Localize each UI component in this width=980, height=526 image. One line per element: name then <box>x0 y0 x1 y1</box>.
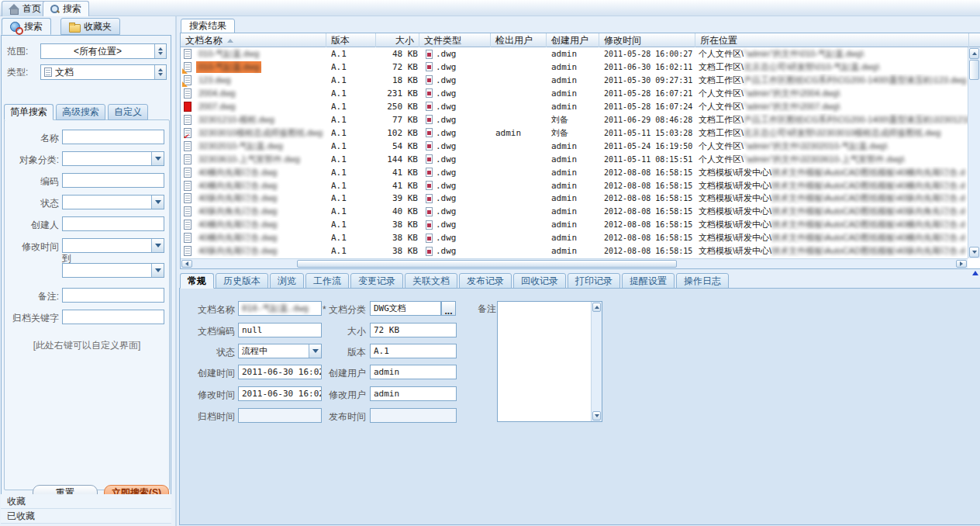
text-field-7[interactable] <box>62 288 164 303</box>
document-name-text: 32303010模框总成焊接图纸.dwg <box>198 128 323 137</box>
field-7 <box>62 288 164 303</box>
detail-tab-10[interactable]: 操作日志 <box>676 273 729 289</box>
detail-tab-3[interactable]: 工作流 <box>305 273 349 289</box>
detail-tab-0[interactable]: 常规 <box>180 273 214 289</box>
spinner-icon[interactable] <box>154 65 166 79</box>
table-row[interactable]: 32301210-模框.dwgA.177 KB.dwg刘备2011-06-29 … <box>181 113 968 126</box>
tab-home[interactable]: 首页 <box>2 1 49 16</box>
column-header-checkout[interactable]: 检出用户 <box>491 33 547 47</box>
scroll-up-button[interactable] <box>969 48 979 59</box>
scroll-up-button[interactable] <box>592 303 601 312</box>
detail-tab-5[interactable]: 关联文档 <box>405 273 457 289</box>
table-row[interactable]: 40纵向角先订合.dwgA.140 KB.dwgadmin2012-08-08 … <box>181 205 968 218</box>
dropdown-field-1[interactable] <box>62 151 164 166</box>
sidebar-tab-search[interactable]: 搜索 <box>2 18 51 35</box>
column-header-version[interactable]: 版本 <box>326 33 376 47</box>
table-row[interactable]: 40横向先期订合.dwgA.141 KB.dwgadmin2012-08-08 … <box>181 179 968 192</box>
cell-document-name: 40纵向先期订合.dwg <box>181 244 326 258</box>
column-header-modified[interactable]: 修改时间 <box>599 33 695 47</box>
horizontal-scrollbar[interactable] <box>181 258 968 268</box>
table-row[interactable]: 32302010-气缸盖.dwgA.154 KB.dwgadmin2011-05… <box>181 140 968 153</box>
column-header-name[interactable]: 文档名称 <box>181 33 326 47</box>
note-textarea[interactable] <box>497 301 602 422</box>
text-field-0[interactable] <box>62 130 164 144</box>
table-row[interactable]: 2007.dwgA.1250 KB.dwgadmin2011-05-28 16:… <box>181 100 968 113</box>
results-tab[interactable]: 搜索结果 <box>181 19 235 33</box>
column-header-location[interactable]: 所在位置 <box>695 33 969 47</box>
table-row[interactable]: 010-气缸盖.dwgA.172 KB.dwgadmin2011-06-30 1… <box>181 61 968 74</box>
cell-modified-time: 2011-05-24 16:19:50 <box>604 140 694 153</box>
detail-tab-1[interactable]: 历史版本 <box>216 273 268 289</box>
tab-search[interactable]: 搜索 <box>43 1 89 16</box>
table-row[interactable]: 40横向先期订合.dwgA.138 KB.dwgadmin2012-08-08 … <box>181 231 968 244</box>
favorites-item-collected[interactable]: 已收藏 <box>1 509 171 524</box>
dropdown-arrow-icon[interactable] <box>151 196 164 209</box>
type-combo[interactable]: 文档 <box>40 64 167 80</box>
dropdown-arrow-icon[interactable] <box>151 239 164 252</box>
dropdown-field-5[interactable] <box>62 238 164 253</box>
vertical-scroll-thumb[interactable] <box>969 60 979 80</box>
dropdown-arrow-icon[interactable] <box>151 152 164 165</box>
tab-custom-search[interactable]: 自定义 <box>108 104 148 120</box>
vertical-scrollbar[interactable] <box>968 47 980 258</box>
detail-tab-2[interactable]: 浏览 <box>270 273 304 289</box>
detail-field-修改用户[interactable]: admin <box>370 386 457 401</box>
globe-search-icon <box>10 22 20 32</box>
search-panel: 范围: <所有位置> 类型: 文档 简单搜索 高级搜索 <box>1 35 171 507</box>
scroll-right-button[interactable] <box>956 260 967 268</box>
scroll-down-button[interactable] <box>969 247 979 258</box>
detail-field-创建用户[interactable]: admin <box>370 365 457 379</box>
field-4 <box>62 216 164 231</box>
scope-combo[interactable]: <所有位置> <box>40 43 167 59</box>
cell-version: A.1 <box>331 205 374 218</box>
detail-tab-4[interactable]: 变更记录 <box>350 273 403 289</box>
horizontal-scroll-thumb[interactable] <box>297 260 677 268</box>
browse-button[interactable]: ... <box>441 301 456 316</box>
dwg-file-icon <box>426 247 433 256</box>
column-header-creator[interactable]: 创建用户 <box>547 33 599 47</box>
detail-tab-9[interactable]: 提醒设置 <box>622 273 675 289</box>
table-row[interactable]: 40纵向先期订合.dwgA.139 KB.dwgadmin2012-08-08 … <box>181 192 968 205</box>
detail-field-文档分类[interactable]: DWG文档 <box>370 301 441 316</box>
detail-field-发布时间[interactable] <box>370 408 457 423</box>
text-field-8[interactable] <box>62 310 164 324</box>
spinner-icon[interactable] <box>154 44 166 58</box>
location-redacted: 北京总公司\研发部\010-气缸盖.dwg\ <box>744 61 879 73</box>
column-header-filetype[interactable]: 文件类型 <box>419 33 491 47</box>
tab-advanced-search[interactable]: 高级搜索 <box>56 104 105 120</box>
note-scrollbar[interactable] <box>591 302 602 421</box>
field-label-7: 备注: <box>5 290 59 303</box>
detail-field-大小[interactable]: 72 KB <box>370 323 457 337</box>
document-name-text: 40横向先期订合.dwg <box>198 220 277 229</box>
document-name-text: 40纵向先期订合.dwg <box>198 246 277 255</box>
dropdown-field-3[interactable] <box>62 195 164 209</box>
table-row[interactable]: 123.dwgA.118 KB.dwgadmin2011-05-30 09:27… <box>181 74 968 87</box>
scroll-down-button[interactable] <box>592 411 601 420</box>
table-row[interactable]: 32303010模框总成焊接图纸.dwgA.1102 KB.dwgadmin刘备… <box>181 126 968 140</box>
sidebar-tab-favorites[interactable]: 收藏夹 <box>60 18 120 35</box>
detail-tab-7[interactable]: 回收记录 <box>513 273 566 289</box>
cell-filetype: .dwg <box>426 47 491 61</box>
cell-create-user: admin <box>551 47 598 61</box>
favorites-item-collect[interactable]: 收藏 <box>1 494 171 509</box>
dwg-file-icon <box>426 75 433 85</box>
table-row[interactable]: 2004.dwgA.1231 KB.dwgadmin2011-05-28 16:… <box>181 87 968 100</box>
splitter-marker-icon[interactable] <box>972 271 978 275</box>
table-row[interactable]: 40纵向先期订合.dwgA.138 KB.dwgadmin2012-08-08 … <box>181 244 968 258</box>
scroll-left-button[interactable] <box>181 260 192 268</box>
column-header-size[interactable]: 大小 <box>376 33 419 47</box>
dropdown-arrow-icon[interactable] <box>151 264 164 277</box>
text-field-2[interactable] <box>62 173 164 188</box>
dropdown-field-6[interactable] <box>62 263 164 278</box>
text-field-4[interactable] <box>62 216 164 231</box>
tab-home-label: 首页 <box>22 2 41 16</box>
table-row[interactable]: 32303610-上气室部件.dwgA.1144 KB.dwgadmin2011… <box>181 153 968 166</box>
table-row[interactable]: 40横向先期订合.dwgA.141 KB.dwgadmin2012-08-08 … <box>181 166 968 179</box>
cell-create-user: 刘备 <box>551 126 598 140</box>
table-row[interactable]: 010-气缸盖.dwgA.148 KB.dwgadmin2011-05-28 1… <box>181 47 968 61</box>
tab-simple-search[interactable]: 简单搜索 <box>4 104 53 120</box>
table-row[interactable]: 40横向先期订合.dwgA.138 KB.dwgadmin2012-08-08 … <box>181 218 968 231</box>
detail-tab-8[interactable]: 打印记录 <box>568 273 620 289</box>
detail-tab-6[interactable]: 发布记录 <box>459 273 512 289</box>
detail-field-版本[interactable]: A.1 <box>370 344 457 358</box>
